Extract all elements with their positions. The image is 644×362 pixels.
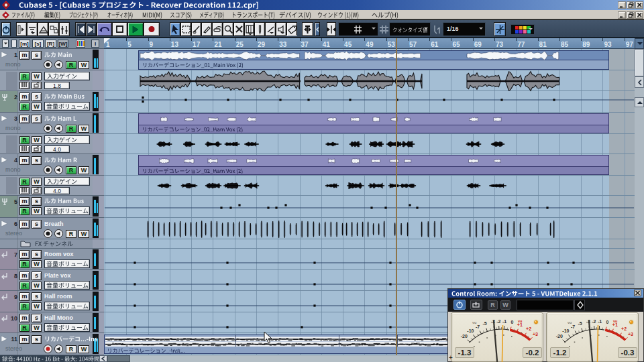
svg-text:-10: -10 bbox=[562, 328, 569, 333]
svg-text:0: 0 bbox=[606, 320, 609, 324]
svg-text:vu: vu bbox=[568, 320, 572, 324]
svg-text:-5: -5 bbox=[482, 321, 486, 326]
svg-text:vu: vu bbox=[613, 319, 617, 323]
svg-text:-2: -2 bbox=[592, 319, 596, 324]
svg-text:-20: -20 bbox=[556, 334, 563, 339]
svg-text:vu: vu bbox=[518, 319, 522, 323]
svg-text:+2: +2 bbox=[526, 326, 531, 331]
svg-text:+3: +3 bbox=[628, 332, 633, 337]
svg-text:+3: +3 bbox=[533, 332, 538, 337]
svg-text:-7: -7 bbox=[476, 324, 480, 329]
svg-text:0: 0 bbox=[511, 320, 514, 324]
svg-text:-5: -5 bbox=[578, 321, 582, 326]
svg-text:+2: +2 bbox=[621, 326, 627, 331]
svg-text:-2: -2 bbox=[496, 319, 500, 324]
svg-text:vu: vu bbox=[472, 320, 476, 324]
svg-text:-1: -1 bbox=[502, 319, 506, 324]
svg-text:-10: -10 bbox=[467, 328, 474, 333]
svg-text:-7: -7 bbox=[571, 324, 575, 329]
svg-text:-1: -1 bbox=[598, 319, 602, 324]
svg-text:-20: -20 bbox=[461, 334, 468, 339]
